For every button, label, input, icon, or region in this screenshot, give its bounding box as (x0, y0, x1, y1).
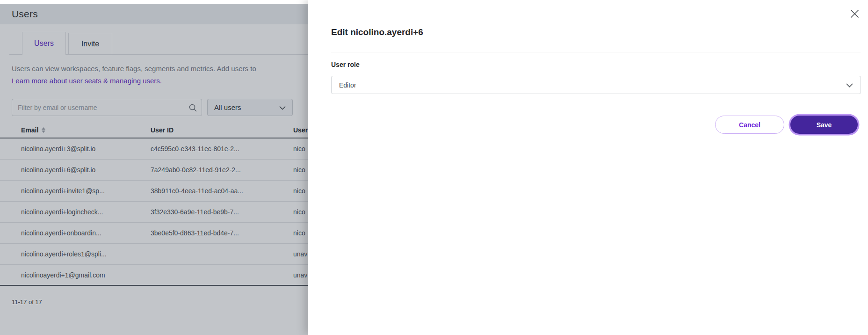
screen: Users Users Invite Users can view worksp… (0, 0, 868, 335)
user-role-label: User role (331, 61, 360, 68)
chevron-down-icon (846, 81, 853, 89)
close-icon (849, 8, 860, 21)
save-button[interactable]: Save (790, 116, 858, 134)
modal-actions: Cancel Save (715, 116, 860, 134)
modal-title: Edit nicolino.ayerdi+6 (331, 27, 423, 37)
cancel-button[interactable]: Cancel (715, 116, 784, 134)
divider (331, 52, 861, 52)
user-role-select[interactable]: Editor (331, 76, 861, 94)
edit-user-modal: Edit nicolino.ayerdi+6 User role Editor … (308, 0, 868, 335)
overlay-scrim[interactable] (0, 4, 308, 335)
user-role-value: Editor (339, 81, 356, 89)
close-button[interactable] (847, 7, 861, 22)
